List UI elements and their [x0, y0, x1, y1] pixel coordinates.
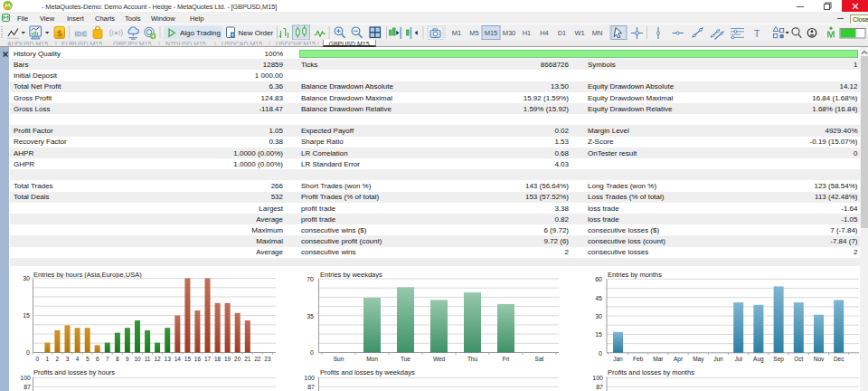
- svg-text:Sun: Sun: [334, 356, 344, 362]
- svg-text:W1: W1: [574, 29, 584, 37]
- svg-text:New Order: New Order: [239, 29, 274, 37]
- svg-text:15: 15: [184, 356, 192, 362]
- svg-text:0: 0: [26, 349, 30, 356]
- svg-text:100: 100: [304, 375, 315, 381]
- svg-text:100: 100: [592, 375, 603, 381]
- svg-text:Jun: Jun: [713, 356, 723, 362]
- svg-text:Entries by weekdays: Entries by weekdays: [320, 271, 382, 279]
- svg-text:12: 12: [154, 356, 161, 362]
- svg-text:1: 1: [46, 356, 50, 362]
- svg-text:3: 3: [66, 356, 70, 362]
- svg-text:T: T: [754, 28, 760, 39]
- svg-text:Profits and losses by hours: Profits and losses by hours: [33, 368, 115, 377]
- svg-text:D1: D1: [558, 29, 567, 37]
- svg-text:Sat: Sat: [535, 356, 544, 362]
- svg-text:Entries by hours (Asia,Europe,: Entries by hours (Asia,Europe,USA): [33, 271, 142, 279]
- svg-text:M30: M30: [503, 29, 516, 37]
- svg-text:16: 16: [194, 356, 202, 362]
- svg-text:H4: H4: [540, 29, 549, 37]
- svg-text:Entries by months: Entries by months: [608, 271, 662, 279]
- svg-text:21: 21: [244, 356, 251, 362]
- svg-text:Dec: Dec: [834, 356, 844, 362]
- svg-text:70: 70: [307, 276, 314, 282]
- svg-text:M15: M15: [485, 29, 498, 37]
- svg-text:Aug: Aug: [753, 356, 764, 363]
- svg-text:30: 30: [23, 275, 30, 281]
- svg-text:Feb: Feb: [633, 356, 644, 362]
- svg-text:Wed: Wed: [433, 356, 446, 362]
- svg-text:7: 7: [106, 356, 109, 362]
- svg-text:17: 17: [204, 356, 212, 362]
- svg-text:22: 22: [254, 356, 261, 362]
- svg-text:87: 87: [596, 384, 603, 390]
- svg-text:Sep: Sep: [773, 356, 784, 363]
- svg-text:18: 18: [214, 356, 222, 362]
- svg-text:19: 19: [224, 356, 231, 362]
- svg-text:MN: MN: [592, 29, 603, 37]
- svg-text:M5: M5: [469, 29, 478, 37]
- svg-text:8: 8: [116, 356, 119, 362]
- svg-text:60: 60: [595, 276, 602, 282]
- svg-text:35: 35: [307, 313, 314, 319]
- svg-text:6: 6: [96, 356, 99, 362]
- svg-text:30: 30: [595, 313, 602, 319]
- svg-text:IDE: IDE: [75, 30, 88, 38]
- svg-text:Jan: Jan: [613, 356, 623, 362]
- svg-text:15: 15: [23, 312, 30, 319]
- svg-text:45: 45: [595, 295, 602, 301]
- svg-text:9: 9: [126, 356, 129, 362]
- svg-text:Jul: Jul: [735, 356, 743, 362]
- svg-text:10: 10: [134, 356, 141, 362]
- svg-text:5: 5: [86, 356, 90, 362]
- svg-text:Fri: Fri: [503, 356, 510, 362]
- svg-text:Mon: Mon: [366, 356, 378, 362]
- svg-text:Oct: Oct: [794, 356, 803, 362]
- svg-text:Thu: Thu: [467, 356, 478, 362]
- svg-text:0: 0: [310, 349, 314, 356]
- svg-text:13: 13: [165, 356, 172, 362]
- svg-text:Mar: Mar: [653, 356, 664, 362]
- svg-text:87: 87: [24, 384, 31, 390]
- svg-text:H1: H1: [523, 29, 532, 37]
- svg-text:100: 100: [20, 375, 31, 381]
- svg-text:4: 4: [76, 356, 80, 362]
- svg-text:23: 23: [264, 356, 271, 362]
- svg-text:87: 87: [307, 384, 315, 390]
- svg-text:14: 14: [175, 356, 182, 362]
- svg-text:0: 0: [599, 350, 602, 357]
- svg-text:May: May: [693, 356, 704, 363]
- svg-text:0: 0: [35, 356, 39, 362]
- svg-text:Algo Trading: Algo Trading: [180, 29, 221, 37]
- svg-text:$: $: [57, 28, 62, 38]
- svg-text:15: 15: [595, 331, 602, 338]
- svg-text:Profits and losses by months: Profits and losses by months: [608, 368, 694, 377]
- svg-text:20: 20: [234, 356, 241, 362]
- svg-text:Apr: Apr: [674, 356, 684, 363]
- svg-text:2: 2: [56, 356, 60, 362]
- svg-text:Nov: Nov: [814, 356, 825, 362]
- svg-text:11: 11: [145, 356, 151, 362]
- svg-text:Profits and losses by weekdays: Profits and losses by weekdays: [320, 368, 415, 377]
- svg-text:Tue: Tue: [401, 356, 410, 362]
- svg-text:M1: M1: [452, 29, 461, 37]
